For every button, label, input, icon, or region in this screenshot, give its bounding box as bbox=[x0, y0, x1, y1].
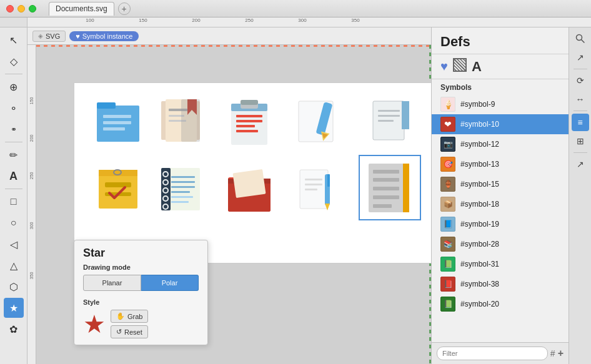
grab-button[interactable]: ✋ Grab bbox=[111, 310, 148, 323]
breadcrumb-svg[interactable]: ◈ SVG bbox=[32, 31, 66, 42]
person2-tool-button[interactable]: ⚭ bbox=[4, 119, 24, 139]
rt-table-button[interactable]: ⊞ bbox=[572, 132, 589, 150]
ruler-top: 100 150 200 250 300 350 bbox=[27, 17, 591, 27]
svg-rect-4 bbox=[103, 127, 125, 130]
symbol-thumb-9: 🍦 bbox=[440, 97, 455, 112]
hash-button[interactable]: # bbox=[550, 348, 555, 358]
rt-search-button[interactable] bbox=[572, 30, 589, 47]
svg-rect-57 bbox=[305, 184, 322, 185]
tab-label: Documents.svg bbox=[56, 4, 107, 13]
symbol-thumb-19: 📘 bbox=[440, 217, 455, 232]
planar-mode-button[interactable]: Planar bbox=[83, 275, 141, 291]
rt-flip-button[interactable]: ↔ bbox=[572, 91, 589, 108]
style-buttons: ✋ Grab ↺ Reset bbox=[111, 310, 148, 338]
pencil-tool-button[interactable]: ✏ bbox=[4, 145, 24, 165]
reset-button[interactable]: ↺ Reset bbox=[111, 325, 148, 338]
style-label: Style bbox=[83, 298, 199, 306]
rt-pointer-button[interactable]: ↗ bbox=[572, 49, 589, 66]
symbol-id-28: #symbol-28 bbox=[460, 240, 499, 248]
svg-rect-43 bbox=[171, 176, 195, 178]
svg-line-78 bbox=[581, 40, 584, 43]
symbol-id-13: #symbol-13 bbox=[460, 160, 499, 169]
symbol-item-18[interactable]: 📦 #symbol-18 bbox=[432, 194, 569, 214]
node-tool-button[interactable]: ◇ bbox=[4, 51, 24, 71]
symbol-item-38[interactable]: 📕 #symbol-38 bbox=[432, 274, 569, 294]
ruler-left: 150 200 250 300 350 bbox=[27, 45, 36, 364]
rt-export-button[interactable]: ↗ bbox=[572, 155, 589, 173]
heart-defs-icon[interactable]: ♥ bbox=[440, 59, 448, 74]
rt-rotate-button[interactable]: ⟳ bbox=[572, 72, 589, 89]
rect-tool-button[interactable]: □ bbox=[4, 192, 24, 212]
left-toolbar: ↖ ◇ ⊕ ⚬ ⚭ ✏ A □ ○ ◁ △ ⬡ ★ ✿ bbox=[0, 27, 27, 364]
close-button[interactable] bbox=[6, 5, 14, 12]
symbol-id-12: #symbol-12 bbox=[460, 140, 499, 149]
symbol-thumb-38: 📕 bbox=[440, 277, 455, 292]
symbol-item-13[interactable]: 🎯 #symbol-13 bbox=[432, 154, 569, 174]
drawing-mode-label: Drawing mode bbox=[83, 263, 199, 271]
ruler-row: 100 150 200 250 300 350 bbox=[0, 17, 591, 27]
hatch-defs-icon[interactable] bbox=[453, 58, 467, 75]
canvas-content[interactable]: Star Drawing mode Planar Polar Style ★ ✋… bbox=[36, 45, 431, 364]
svg-rect-33 bbox=[105, 182, 131, 187]
text-tool-button[interactable]: A bbox=[4, 166, 24, 186]
svg-rect-19 bbox=[236, 130, 258, 132]
filter-input[interactable] bbox=[437, 347, 548, 360]
symbol-thumb-15: 🏺 bbox=[440, 177, 455, 192]
add-tab-button[interactable]: + bbox=[118, 2, 131, 15]
gear-tool-button[interactable]: ✿ bbox=[4, 319, 24, 339]
symbol-item-9[interactable]: 🍦 #symbol-9 bbox=[432, 94, 569, 114]
defs-panel: Defs ♥ A Symbols bbox=[431, 27, 569, 364]
icon-2 bbox=[156, 96, 205, 145]
svg-rect-29 bbox=[378, 120, 394, 122]
svg-line-72 bbox=[460, 59, 466, 65]
maximize-button[interactable] bbox=[29, 5, 36, 12]
symbol-item-20[interactable]: 📗 #symbol-20 bbox=[432, 294, 569, 314]
svg-rect-2 bbox=[103, 115, 131, 118]
toolbar-separator-3 bbox=[5, 189, 22, 189]
svg-rect-53 bbox=[232, 169, 266, 198]
star-title: Star bbox=[83, 247, 199, 260]
symbol-thumb-12: 📷 bbox=[440, 137, 455, 152]
minimize-button[interactable] bbox=[17, 5, 25, 12]
icon-6 bbox=[94, 165, 142, 214]
icon-3 bbox=[225, 96, 274, 145]
ruler-mark-300: 300 bbox=[298, 17, 306, 23]
star-tool-button[interactable]: ★ bbox=[4, 298, 24, 318]
document-tab[interactable]: Documents.svg bbox=[49, 2, 114, 16]
symbol-thumb-13: 🎯 bbox=[440, 157, 455, 172]
rt-align-button[interactable]: ≡ bbox=[572, 114, 589, 131]
icon-8 bbox=[225, 165, 274, 214]
symbol-id-9: #symbol-9 bbox=[460, 100, 495, 109]
svg-rect-27 bbox=[378, 110, 400, 112]
text-defs-icon[interactable]: A bbox=[472, 59, 482, 75]
titlebar: Documents.svg + bbox=[0, 0, 591, 17]
circle-tool-button[interactable]: ○ bbox=[4, 213, 24, 233]
symbol-item-12[interactable]: 📷 #symbol-12 bbox=[432, 134, 569, 154]
symbol-thumb-28: 📚 bbox=[440, 237, 455, 252]
symbol-item-19[interactable]: 📘 #symbol-19 bbox=[432, 214, 569, 234]
symbol-item-31[interactable]: 📗 #symbol-31 bbox=[432, 254, 569, 274]
symbol-item-15[interactable]: 🏺 #symbol-15 bbox=[432, 174, 569, 194]
svg-rect-1 bbox=[97, 102, 116, 109]
svg-rect-11 bbox=[181, 99, 200, 142]
symbol-id-20: #symbol-20 bbox=[460, 300, 499, 308]
traffic-lights bbox=[6, 5, 36, 12]
drawing-mode-buttons: Planar Polar bbox=[83, 275, 199, 291]
symbol-item-10[interactable]: ❤ #symbol-10 bbox=[432, 114, 569, 134]
symbol-id-10: #symbol-10 bbox=[460, 120, 499, 129]
toolbar-separator-2 bbox=[5, 142, 22, 142]
polar-mode-button[interactable]: Polar bbox=[141, 275, 199, 291]
symbol-thumb-31: 📗 bbox=[440, 257, 455, 272]
right-toolbar: ↗ ⟳ ↔ ≡ ⊞ ↗ bbox=[569, 27, 591, 364]
symbol-instance-label: Symbol instance bbox=[82, 32, 133, 40]
path-tool-button[interactable]: ◁ bbox=[4, 234, 24, 254]
person-tool-button[interactable]: ⚬ bbox=[4, 98, 24, 118]
symbol-thumb-20: 📗 bbox=[440, 297, 455, 312]
zoom-tool-button[interactable]: ⊕ bbox=[4, 77, 24, 97]
breadcrumb-symbol[interactable]: ♥ Symbol instance bbox=[69, 31, 139, 41]
plus-button[interactable]: + bbox=[558, 348, 564, 359]
triangle-tool-button[interactable]: △ bbox=[4, 255, 24, 275]
select-tool-button[interactable]: ↖ bbox=[4, 30, 24, 50]
polygon-tool-button[interactable]: ⬡ bbox=[4, 277, 24, 297]
symbol-item-28[interactable]: 📚 #symbol-28 bbox=[432, 234, 569, 254]
